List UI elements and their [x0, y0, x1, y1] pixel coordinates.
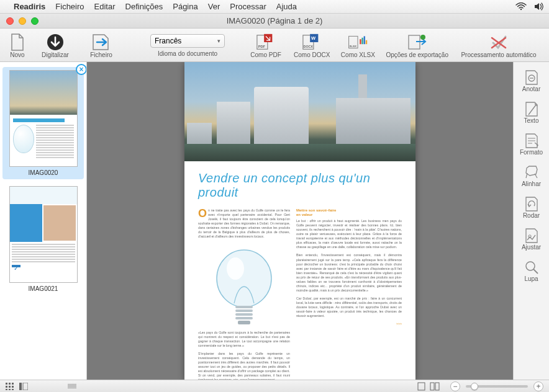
view-columns-button[interactable]	[17, 381, 30, 391]
rotate-icon	[524, 196, 540, 212]
svg-rect-31	[9, 386, 11, 388]
more-link: >>>	[396, 322, 402, 326]
annotate-label: Anotar	[522, 86, 540, 92]
fit-page-button[interactable]	[415, 381, 427, 391]
volume-icon[interactable]	[534, 2, 544, 11]
zoom-slider[interactable]	[466, 385, 528, 388]
svg-text:XLSX: XLSX	[350, 45, 357, 48]
zoom-in-button[interactable]: +	[533, 381, 543, 391]
format-icon	[524, 133, 540, 149]
magnifier-icon	[524, 259, 540, 275]
svg-rect-32	[12, 386, 14, 388]
svg-rect-13	[364, 36, 365, 44]
export-options-icon	[407, 33, 427, 51]
scan-label: Digitalizar	[42, 51, 69, 58]
menu-ficheiro[interactable]: Ficheiro	[55, 2, 84, 11]
body-text: Le but : offrir un produit à haut augmen…	[296, 219, 402, 249]
svg-rect-19	[235, 306, 253, 308]
xlsx-icon: XLSX	[348, 33, 368, 51]
sidebar-grip[interactable]	[66, 381, 78, 391]
file-button[interactable]: Ficheiro	[79, 32, 123, 58]
docx-icon: WDOCX	[302, 33, 322, 51]
auto-process-button[interactable]: Processamento automático	[452, 32, 545, 58]
text-label: Texto	[524, 117, 539, 124]
menu-ver[interactable]: Ver	[208, 2, 220, 11]
window-title: IMAG0020 (Página 1 de 2)	[0, 16, 549, 25]
svg-rect-36	[19, 383, 22, 390]
svg-point-18	[227, 257, 244, 280]
svg-rect-38	[418, 383, 425, 390]
svg-point-26	[526, 262, 535, 270]
align-button[interactable]: Alinhar	[514, 161, 549, 192]
new-button[interactable]: Novo	[4, 32, 31, 58]
adjust-label: Ajustar	[522, 244, 541, 251]
svg-rect-40	[435, 383, 439, 390]
svg-point-0	[520, 9, 522, 10]
rotate-button[interactable]: Rodar	[514, 192, 549, 224]
thumbnail-item[interactable]: IMAG0021	[2, 183, 84, 295]
svg-rect-20	[235, 310, 253, 312]
scan-button[interactable]: Digitalizar	[34, 32, 77, 58]
auto-process-label: Processamento automático	[461, 51, 536, 58]
zoom-slider-knob[interactable]	[471, 383, 478, 390]
export-options-button[interactable]: Opções de exportação	[382, 32, 452, 58]
export-docx-button[interactable]: WDOCX Como DOCX	[290, 32, 333, 58]
svg-rect-14	[366, 40, 367, 44]
menu-editar[interactable]: Editar	[94, 2, 116, 11]
svg-rect-30	[6, 386, 7, 388]
menu-processar[interactable]: Processar	[230, 2, 266, 11]
zoom-out-button[interactable]: −	[450, 381, 460, 391]
chevron-down-icon: ▾	[217, 38, 220, 44]
thumbnail-item[interactable]: × IMAG0020	[2, 67, 84, 179]
pdf-icon: PDF	[256, 33, 276, 51]
svg-rect-11	[360, 39, 361, 44]
document-canvas[interactable]: Vendre un concept plus qu'un produit On …	[87, 62, 513, 380]
text-button[interactable]: Texto	[514, 97, 549, 129]
export-pdf-label: Como PDF	[250, 51, 281, 58]
wifi-icon[interactable]	[515, 2, 527, 11]
thumbnail-label: IMAG0020	[29, 169, 58, 176]
svg-rect-29	[12, 383, 14, 385]
align-icon	[524, 164, 540, 180]
subheading: Mettre son savoir-faireen valeur	[296, 208, 402, 217]
thumbnail-remove-icon[interactable]: ×	[76, 64, 87, 75]
fit-width-button[interactable]	[429, 381, 441, 391]
page-hero-image	[184, 62, 415, 161]
annotate-icon	[524, 69, 540, 86]
menu-pagina[interactable]: Página	[173, 2, 197, 11]
thumbnail-preview	[9, 186, 78, 283]
thumbnail-label: IMAG0021	[29, 285, 58, 292]
svg-rect-37	[23, 383, 28, 390]
language-value: Francês	[155, 37, 181, 45]
adjust-icon	[524, 228, 540, 244]
menu-definicoes[interactable]: Definições	[125, 2, 163, 11]
adjust-button[interactable]: Ajustar	[514, 224, 549, 256]
svg-rect-34	[9, 389, 11, 390]
svg-rect-3	[264, 34, 272, 42]
svg-rect-35	[12, 389, 14, 390]
language-select[interactable]: Francês ▾	[150, 34, 225, 48]
mac-menubar: Readiris Ficheiro Editar Definições Pági…	[0, 0, 549, 14]
svg-rect-27	[6, 383, 7, 385]
view-grid-button[interactable]	[4, 381, 16, 391]
menu-ajuda[interactable]: Ajuda	[276, 2, 297, 11]
svg-rect-12	[362, 38, 363, 44]
svg-rect-21	[235, 313, 253, 316]
file-label: Ficheiro	[90, 51, 112, 58]
svg-rect-39	[430, 383, 434, 390]
annotate-button[interactable]: Anotar	[514, 66, 549, 97]
export-pdf-button[interactable]: PDF Como PDF	[244, 32, 288, 58]
body-text: Bien entendu, l'investissement est consé…	[296, 253, 402, 292]
new-label: Novo	[10, 51, 24, 58]
window-titlebar: IMAG0020 (Página 1 de 2)	[0, 14, 549, 29]
magnifier-button[interactable]: Lupa	[514, 256, 549, 287]
body-text: On ne traite pas avec les pays du Golfe …	[198, 208, 290, 239]
svg-rect-28	[9, 383, 11, 385]
main-toolbar: Novo Digitalizar Ficheiro Francês ▾ Idio…	[0, 29, 549, 62]
svg-rect-23	[238, 321, 250, 324]
app-menu[interactable]: Readiris	[14, 2, 45, 11]
format-button[interactable]: Formato	[514, 129, 549, 161]
lightbulb-illustration	[210, 246, 278, 331]
format-label: Formato	[520, 149, 543, 156]
export-xlsx-button[interactable]: XLSX Como XLSX	[336, 32, 379, 58]
